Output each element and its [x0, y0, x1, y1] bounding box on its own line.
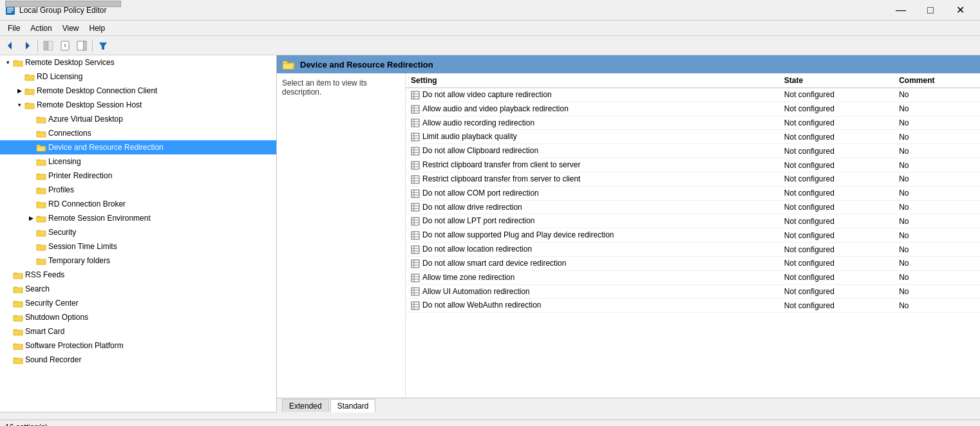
forward-button[interactable]	[19, 38, 35, 53]
setting-name: Do not allow Clipboard redirection	[422, 146, 538, 155]
col-state[interactable]: State	[779, 73, 894, 88]
content-area: Select an item to view its description. …	[277, 73, 980, 398]
table-row[interactable]: Allow audio recording redirectionNot con…	[406, 116, 980, 130]
tab-standard-label: Standard	[337, 402, 369, 411]
settings-panel[interactable]: Setting State Comment Do not allow video…	[406, 73, 980, 398]
expander-icon[interactable]: ▾	[3, 57, 13, 68]
table-row[interactable]: Allow audio and video playback redirecti…	[406, 102, 980, 116]
svg-marker-5	[26, 42, 30, 50]
tree-label: Search	[25, 284, 50, 293]
tree-label: Sound Recorder	[25, 355, 81, 364]
table-row[interactable]: Limit audio playback qualityNot configur…	[406, 130, 980, 144]
tree-item-search[interactable]: Search	[0, 282, 276, 296]
setting-comment-cell: No	[894, 200, 980, 214]
expander-placeholder	[26, 114, 36, 124]
tree-item-rd-connection-broker[interactable]: RD Connection Broker	[0, 197, 276, 211]
table-row[interactable]: Allow time zone redirectionNot configure…	[406, 270, 980, 284]
setting-icon	[411, 217, 420, 226]
tree-label: Licensing	[48, 157, 81, 166]
table-row[interactable]: Allow UI Automation redirectionNot confi…	[406, 284, 980, 299]
tree-hscrollbar[interactable]	[0, 412, 277, 420]
tree-item-rdcc[interactable]: ▶ Remote Desktop Connection Client	[0, 84, 276, 98]
filter-button[interactable]	[95, 38, 111, 53]
setting-icon	[411, 161, 420, 170]
tree-item-rdsh[interactable]: ▾ Remote Desktop Session Host	[0, 98, 276, 112]
tree-item-connections[interactable]: Connections	[0, 126, 276, 140]
tab-extended[interactable]: Extended	[282, 399, 329, 412]
tree-item-temporary-folders[interactable]: Temporary folders	[0, 254, 276, 268]
folder-icon	[13, 270, 23, 279]
table-row[interactable]: Restrict clipboard transfer from server …	[406, 172, 980, 186]
setting-name: Restrict clipboard transfer from client …	[422, 160, 580, 169]
svg-rect-7	[48, 41, 53, 50]
table-row[interactable]: Do not allow smart card device redirecti…	[406, 256, 980, 270]
tab-standard[interactable]: Standard	[330, 399, 376, 412]
back-button[interactable]	[3, 38, 18, 53]
export-button[interactable]	[74, 38, 90, 53]
close-button[interactable]: ✕	[945, 0, 975, 21]
setting-state-cell: Not configured	[779, 228, 894, 243]
setting-name-cell: Do not allow drive redirection	[406, 200, 779, 214]
table-row[interactable]: Do not allow video capture redirectionNo…	[406, 88, 980, 102]
properties-button[interactable]: i	[57, 38, 73, 53]
setting-name: Allow audio recording redirection	[422, 118, 534, 127]
menu-help[interactable]: Help	[84, 23, 111, 34]
tree-item-remote-session-env[interactable]: ▶ Remote Session Environment	[0, 211, 276, 225]
menu-view[interactable]: View	[57, 23, 84, 34]
minimize-button[interactable]: —	[886, 0, 916, 21]
folder-icon	[24, 86, 35, 95]
setting-state-cell: Not configured	[779, 270, 894, 284]
table-row[interactable]: Do not allow supported Plug and Play dev…	[406, 228, 980, 243]
tree-item-printer-redirection[interactable]: Printer Redirection	[0, 169, 276, 183]
setting-comment-cell: No	[894, 256, 980, 270]
menu-action[interactable]: Action	[25, 23, 57, 34]
tree-item-licensing[interactable]: Licensing	[0, 154, 276, 169]
expander-icon[interactable]: ▾	[14, 100, 24, 110]
tree-item-profiles[interactable]: Profiles	[0, 183, 276, 197]
setting-state-cell: Not configured	[779, 144, 894, 158]
table-row[interactable]: Do not allow LPT port redirectionNot con…	[406, 214, 980, 228]
hscroll-thumb[interactable]	[5, 1, 121, 7]
tree-item-remote-desktop-services[interactable]: ▾ Remote Desktop Services	[0, 55, 276, 69]
setting-name-cell: Do not allow supported Plug and Play dev…	[406, 228, 779, 243]
setting-name: Allow audio and video playback redirecti…	[422, 104, 569, 113]
tree-item-rd-licensing[interactable]: RD Licensing	[0, 69, 276, 84]
table-row[interactable]: Do not allow WebAuthn redirectionNot con…	[406, 299, 980, 313]
tree-item-shutdown-options[interactable]: Shutdown Options	[0, 310, 276, 324]
table-row[interactable]: Do not allow Clipboard redirectionNot co…	[406, 144, 980, 158]
table-row[interactable]: Do not allow COM port redirectionNot con…	[406, 186, 980, 200]
tree-label: Remote Session Environment	[48, 214, 151, 223]
tree-item-device-redirection[interactable]: Device and Resource Redirection	[0, 140, 276, 154]
setting-comment-cell: No	[894, 270, 980, 284]
show-console-tree-button[interactable]	[41, 38, 56, 53]
expander-icon[interactable]: ▶	[26, 213, 36, 223]
tree-item-session-time-limits[interactable]: Session Time Limits	[0, 239, 276, 254]
setting-state-cell: Not configured	[779, 172, 894, 186]
svg-rect-25	[411, 133, 419, 141]
tree-item-smart-card[interactable]: Smart Card	[0, 324, 276, 338]
col-setting[interactable]: Setting	[406, 73, 779, 88]
tree-panel[interactable]: ▾ Remote Desktop Services RD Licensing ▶	[0, 55, 277, 412]
tree-item-software-protection[interactable]: Software Protection Platform	[0, 338, 276, 353]
expander-icon[interactable]: ▶	[14, 86, 24, 96]
setting-name-cell: Allow audio and video playback redirecti…	[406, 102, 779, 116]
menu-bar: File Action View Help	[0, 21, 980, 36]
menu-file[interactable]: File	[3, 23, 25, 34]
tree-label: Session Time Limits	[48, 242, 117, 251]
tree-item-security[interactable]: Security	[0, 225, 276, 239]
expander-placeholder	[26, 142, 36, 153]
expander-placeholder	[26, 156, 36, 167]
tree-item-azure[interactable]: Azure Virtual Desktop	[0, 112, 276, 126]
setting-state-cell: Not configured	[779, 284, 894, 299]
table-row[interactable]: Do not allow location redirectionNot con…	[406, 243, 980, 257]
tree-item-sound-recorder[interactable]: Sound Recorder	[0, 353, 276, 367]
table-row[interactable]: Restrict clipboard transfer from client …	[406, 158, 980, 172]
tree-item-security-center[interactable]: Security Center	[0, 296, 276, 310]
table-row[interactable]: Do not allow drive redirectionNot config…	[406, 200, 980, 214]
tree-item-rss-feeds[interactable]: RSS Feeds	[0, 268, 276, 282]
folder-icon	[36, 157, 46, 166]
maximize-button[interactable]: □	[916, 0, 945, 21]
col-comment[interactable]: Comment	[894, 73, 980, 88]
setting-state-cell: Not configured	[779, 116, 894, 130]
svg-rect-10	[77, 41, 84, 50]
